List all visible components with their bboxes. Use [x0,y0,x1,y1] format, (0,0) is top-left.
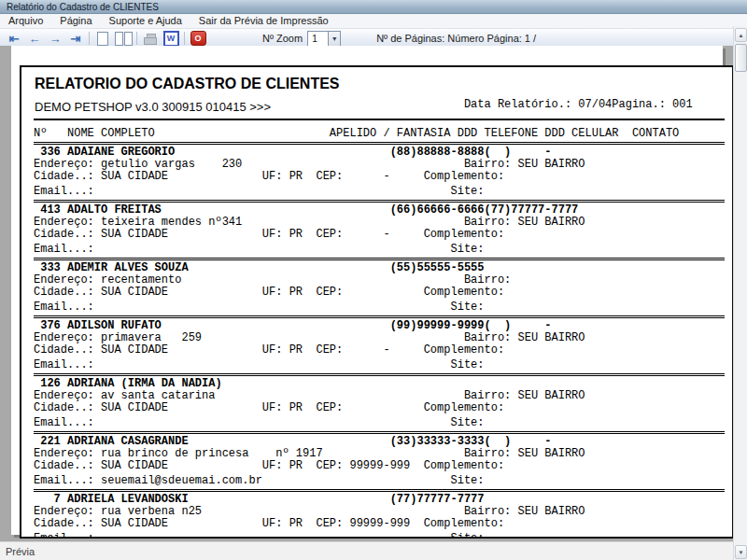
status-bar: Prévia [0,541,733,560]
record: 126 ADRIANA (IRMA DA NADIA)Endereço: av … [34,378,725,434]
menu-arquivo[interactable]: Arquivo [0,14,51,28]
last-page-button[interactable]: ⇥ [65,31,86,47]
column-header-separator [34,142,725,145]
report-frame: RELATORIO DO CADASTRO DE CLIENTES DEMO P… [20,65,733,539]
record-city-line: Cidade..: SUA CIDADE UF: PR CEP: Complem… [34,287,725,299]
preview-workspace: RELATORIO DO CADASTRO DE CLIENTES DEMO P… [0,46,733,542]
record-separator [34,315,725,318]
toolbar-separator [89,32,90,45]
report-subtitle: DEMO PETSHOP v3.0 300915 010415 >>> [35,100,271,114]
zoom-label: Nº Zoom [262,33,303,44]
toolbar-separator [184,32,185,45]
previous-page-icon: ← [29,31,41,47]
close-preview-button[interactable]: O [188,31,208,47]
next-page-button[interactable]: → [45,31,65,47]
menu-pagina[interactable]: Página [51,14,100,28]
record: 376 ADILSON RUFATO (99)99999-9999( ) -En… [34,320,725,376]
record: 7 ADRIELA LEVANDOSKI (77)77777-7777Ender… [34,494,725,539]
page-counter-label: Nº de Páginas: Número Página: 1 / [376,33,536,44]
column-header-row: Nº NOME COMPLETO APELIDO / FANTASIA DDD … [34,128,725,140]
word-icon: W [163,31,179,47]
title-bar: Relatório do Cadastro de CLIENTES [0,0,747,14]
printer-icon [144,34,157,44]
window-title: Relatório do Cadastro de CLIENTES [0,2,159,12]
close-red-icon: O [190,31,206,46]
record: 221 ADRIANA CASAGRANDE (33)33333-3333( )… [34,436,725,492]
record-email-line: Email...: Site: [34,244,725,256]
first-page-icon: ⇤ [9,31,20,47]
menu-sair-da-previa[interactable]: Sair da Prévia de Impressão [190,14,337,28]
report-preview-window: { "window": { "title": "Relatório do Cad… [0,0,747,560]
chevron-down-icon[interactable]: ▼ [328,32,340,46]
record-city-line: Cidade..: SUA CIDADE UF: PR CEP: 99999-9… [34,460,725,472]
record-city-line: Cidade..: SUA CIDADE UF: PR CEP: - Compl… [34,344,725,357]
zoom-value: 1 [308,34,328,44]
zoom-select[interactable]: 1 ▼ [307,31,341,47]
scroll-down-icon[interactable]: ▼ [735,545,747,559]
menu-suporte-e-ajuda[interactable]: Suporte e Ajuda [101,14,190,28]
next-page-icon: → [49,31,62,47]
single-page-icon [97,32,108,46]
record-separator [34,489,725,492]
menu-bar: Arquivo Página Suporte e Ajuda Sair da P… [0,14,747,29]
record-city-line: Cidade..: SUA CIDADE UF: PR CEP: Complem… [34,402,725,414]
print-button[interactable] [140,31,161,47]
vertical-scrollbar[interactable]: ▲ ▼ [733,26,747,560]
first-page-button[interactable]: ⇤ [4,31,24,47]
record-email-line: Email...: Site: [34,359,725,371]
record-email-line: Email...: Site: [34,417,725,429]
records-list: 336 ADAIANE GREGORIO (88)88888-8888( ) -… [34,147,725,539]
header-rule [34,119,725,120]
report-title: RELATORIO DO CADASTRO DE CLIENTES [35,75,725,92]
last-page-icon: ⇥ [71,31,81,47]
report-subheader: DEMO PETSHOP v3.0 300915 010415 >>> Data… [34,99,725,115]
record-city-line: Cidade..: SUA CIDADE UF: PR CEP: 99999-9… [34,518,725,530]
previous-page-button[interactable]: ← [24,31,45,47]
status-text: Prévia [0,546,35,557]
report-page: RELATORIO DO CADASTRO DE CLIENTES DEMO P… [11,46,723,535]
record-email-line: Email...: Site: [34,533,725,539]
export-word-button[interactable]: W [161,31,181,47]
record: 413 ADALTO FREITAS (66)66666-6666(77)777… [34,204,725,260]
record-city-line: Cidade..: SUA CIDADE UF: PR CEP: - Compl… [34,229,725,241]
toolbar-separator [136,32,137,45]
two-page-icon [115,32,123,46]
record-separator [34,200,725,203]
record-separator [34,431,725,434]
record-email-line: Email...: Site: [34,186,725,198]
scrollbar-thumb[interactable] [735,44,747,72]
scroll-up-icon[interactable]: ▲ [735,28,747,42]
record-separator [34,373,725,376]
two-page-view-button[interactable] [113,31,134,47]
record-separator [34,258,725,260]
record: 333 ADEMIR ALVES SOUZA (55)55555-5555End… [34,262,725,318]
single-page-view-button[interactable] [92,31,113,47]
record-email-line: Email...: seuemail@sdeuemai.com.br Site: [34,475,725,487]
record-city-line: Cidade..: SUA CIDADE UF: PR CEP: - Compl… [34,171,725,183]
record: 336 ADAIANE GREGORIO (88)88888-8888( ) -… [34,147,725,203]
record-email-line: Email...: Site: [34,301,725,314]
